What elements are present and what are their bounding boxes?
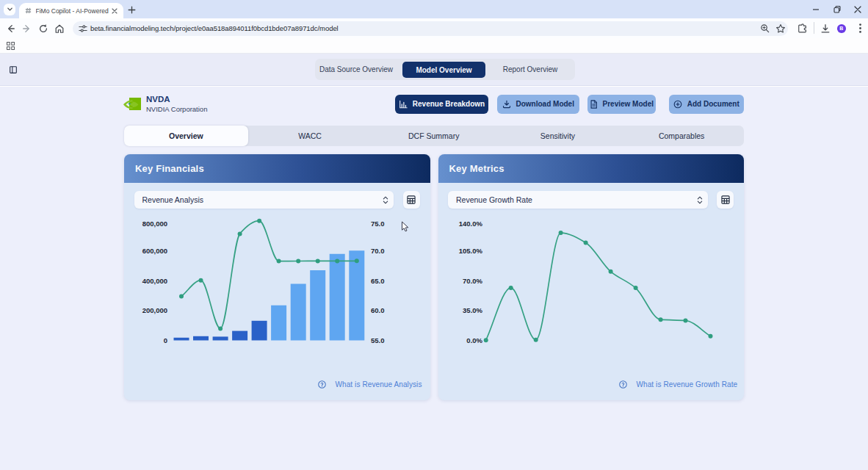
svg-text:400,000: 400,000: [142, 277, 167, 285]
svg-text:60.0: 60.0: [371, 306, 385, 314]
svg-text:600,000: 600,000: [142, 247, 167, 255]
svg-text:65.0: 65.0: [371, 277, 385, 285]
svg-text:200,000: 200,000: [142, 306, 167, 314]
svg-text:0: 0: [164, 336, 167, 344]
svg-text:75.0: 75.0: [371, 220, 385, 228]
svg-text:70.0: 70.0: [371, 247, 385, 255]
svg-text:35.0%: 35.0%: [463, 306, 482, 314]
svg-text:800,000: 800,000: [142, 220, 167, 228]
svg-text:70.0%: 70.0%: [463, 277, 482, 285]
svg-text:0.0%: 0.0%: [466, 336, 482, 344]
svg-text:55.0: 55.0: [371, 336, 385, 344]
svg-text:105.0%: 105.0%: [459, 247, 483, 255]
svg-text:140.0%: 140.0%: [459, 220, 483, 228]
